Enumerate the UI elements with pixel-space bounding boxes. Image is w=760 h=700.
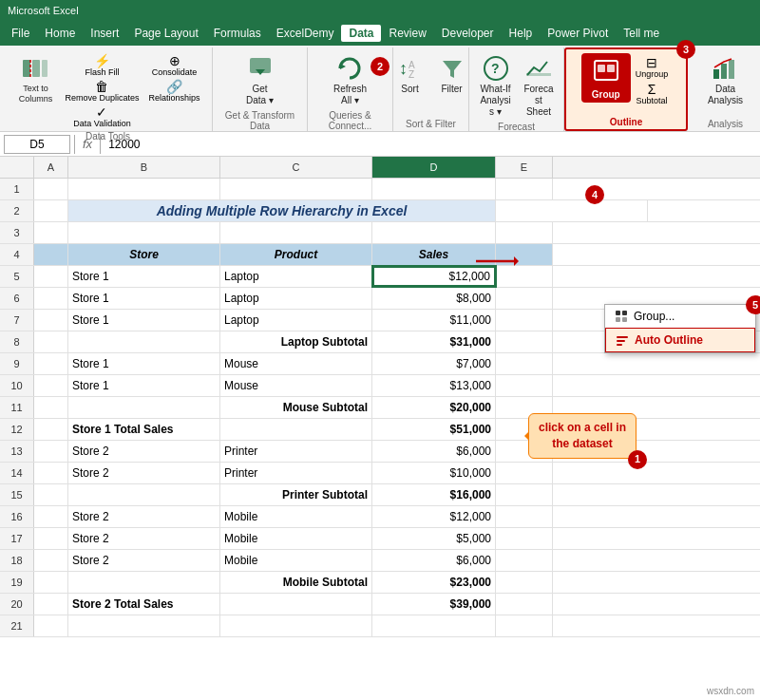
cell-r14-c3[interactable]: $10,000 (372, 463, 496, 483)
cell-r17-c0[interactable] (34, 528, 68, 549)
cell-r19-c0[interactable] (34, 572, 68, 593)
cell-r13-c0[interactable] (34, 441, 68, 462)
cell-r20-c2[interactable] (220, 594, 372, 615)
cell-r8-c3[interactable]: $31,000 (372, 331, 496, 352)
cell-r19-c3[interactable]: $23,000 (372, 572, 496, 593)
formula-input[interactable] (104, 138, 756, 151)
cell-r14-c0[interactable] (34, 463, 68, 483)
cell-r11-c2[interactable]: Mouse Subtotal (220, 397, 372, 418)
cell-r16-c4[interactable] (496, 506, 553, 527)
cell-r3-c0[interactable] (34, 222, 68, 243)
menu-item-formulas[interactable]: Formulas (206, 25, 269, 42)
cell-r10-c0[interactable] (34, 375, 68, 396)
cell-r21-c4[interactable] (496, 615, 553, 636)
cell-r6-c2[interactable]: Laptop (220, 288, 372, 309)
group-button[interactable]: Group (581, 53, 631, 103)
cell-r16-c1[interactable]: Store 2 (68, 506, 220, 527)
cell-r19-c4[interactable] (496, 572, 553, 593)
menu-item-tell-me[interactable]: Tell me (616, 25, 667, 42)
cell-r7-c3[interactable]: $11,000 (372, 310, 496, 331)
cell-r20-c1[interactable]: Store 2 Total Sales (68, 594, 220, 615)
cell-r15-c3[interactable]: $16,000 (372, 484, 496, 505)
cell-r1-c3[interactable] (372, 179, 496, 199)
cell-r18-c2[interactable]: Mobile (220, 550, 372, 571)
cell-r1-c2[interactable] (220, 179, 372, 199)
cell-r21-c0[interactable] (34, 615, 68, 636)
cell-r7-c4[interactable] (496, 310, 553, 331)
data-analysis-button[interactable]: Data Analysis (697, 51, 754, 108)
cell-r4-c1[interactable]: Store (68, 244, 220, 265)
get-data-button[interactable]: GetData ▾ (241, 51, 279, 108)
cell-r12-c3[interactable]: $51,000 (372, 419, 496, 440)
cell-r5-c0[interactable] (34, 266, 68, 287)
cell-r16-c3[interactable]: $12,000 (372, 506, 496, 527)
name-box[interactable] (4, 135, 70, 154)
menu-item-review[interactable]: Review (381, 25, 433, 42)
cell-r4-c2[interactable]: Product (220, 244, 372, 265)
cell-r12-c0[interactable] (34, 419, 68, 440)
cell-r17-c3[interactable]: $5,000 (372, 528, 496, 549)
cell-r6-c3[interactable]: $8,000 (372, 288, 496, 309)
cell-r6-c0[interactable] (34, 288, 68, 309)
cell-r21-c2[interactable] (220, 615, 372, 636)
cell-r20-c0[interactable] (34, 594, 68, 615)
cell-r16-c0[interactable] (34, 506, 68, 527)
ungroup-button[interactable]: ⊟ Ungroup (633, 55, 672, 80)
relationships-button[interactable]: 🔗 Relationships (146, 79, 203, 104)
cell-r20-c4[interactable] (496, 594, 553, 615)
cell-r18-c3[interactable]: $6,000 (372, 550, 496, 571)
cell-r10-c3[interactable]: $13,000 (372, 375, 496, 396)
refresh-all-button[interactable]: RefreshAll ▾ (330, 51, 370, 108)
auto-outline-menu-item[interactable]: Auto Outline (605, 328, 755, 352)
menu-item-developer[interactable]: Developer (434, 25, 502, 42)
what-if-button[interactable]: ? What-IfAnalysis ▾ (475, 51, 516, 120)
cell-r15-c1[interactable] (68, 484, 220, 505)
cell-r21-c3[interactable] (372, 615, 496, 636)
menu-item-help[interactable]: Help (502, 25, 541, 42)
cell-r19-c2[interactable]: Mobile Subtotal (220, 572, 372, 593)
cell-r18-c0[interactable] (34, 550, 68, 571)
sort-button[interactable]: ↕ A Z Sort (391, 51, 429, 97)
remove-duplicates-button[interactable]: 🗑 Remove Duplicates (62, 79, 142, 104)
menu-item-power-pivot[interactable]: Power Pivot (540, 25, 616, 42)
cell-r8-c2[interactable]: Laptop Subtotal (220, 331, 372, 352)
cell-r11-c1[interactable] (68, 397, 220, 418)
cell-r3-c2[interactable] (220, 222, 372, 243)
cell-r13-c3[interactable]: $6,000 (372, 441, 496, 462)
menu-item-page-layout[interactable]: Page Layout (126, 25, 205, 42)
cell-r17-c2[interactable]: Mobile (220, 528, 372, 549)
cell-r3-c3[interactable] (372, 222, 496, 243)
menu-item-home[interactable]: Home (37, 25, 83, 42)
forecast-sheet-button[interactable]: ForecastSheet (520, 51, 558, 120)
cell-r6-c4[interactable] (496, 288, 553, 309)
cell-r3-c1[interactable] (68, 222, 220, 243)
cell-r16-c2[interactable]: Mobile (220, 506, 372, 527)
cell-r15-c0[interactable] (34, 484, 68, 505)
cell-r5-c1[interactable]: Store 1 (68, 266, 220, 287)
cell-r1-c1[interactable] (68, 179, 220, 199)
cell-r17-c4[interactable] (496, 528, 553, 549)
col-header-a[interactable]: A (34, 157, 68, 178)
data-validation-button[interactable]: ✓ Data Validation (62, 104, 142, 129)
cell-r9-c2[interactable]: Mouse (220, 353, 372, 374)
cell-r2-c3[interactable] (648, 200, 760, 221)
cell-r20-c3[interactable]: $39,000 (372, 594, 496, 615)
menu-item-insert[interactable]: Insert (83, 25, 126, 42)
cell-r10-c4[interactable] (496, 375, 553, 396)
cell-r18-c4[interactable] (496, 550, 553, 571)
cell-r10-c2[interactable]: Mouse (220, 375, 372, 396)
col-header-e[interactable]: E (496, 157, 553, 178)
cell-r3-c4[interactable] (496, 222, 553, 243)
cell-r2-c1[interactable]: Adding Multiple Row Hierarchy in Excel (68, 200, 496, 221)
cell-r2-c2[interactable] (496, 200, 648, 221)
cell-r8-c1[interactable] (68, 331, 220, 352)
subtotal-button[interactable]: Σ Subtotal (633, 82, 672, 106)
cell-r14-c4[interactable] (496, 463, 553, 483)
cell-r12-c2[interactable] (220, 419, 372, 440)
cell-r2-c0[interactable] (34, 200, 68, 221)
cell-r9-c3[interactable]: $7,000 (372, 353, 496, 374)
cell-r5-c2[interactable]: Laptop (220, 266, 372, 287)
cell-r14-c2[interactable]: Printer (220, 463, 372, 483)
cell-r8-c0[interactable] (34, 331, 68, 352)
cell-r1-c4[interactable] (496, 179, 553, 199)
